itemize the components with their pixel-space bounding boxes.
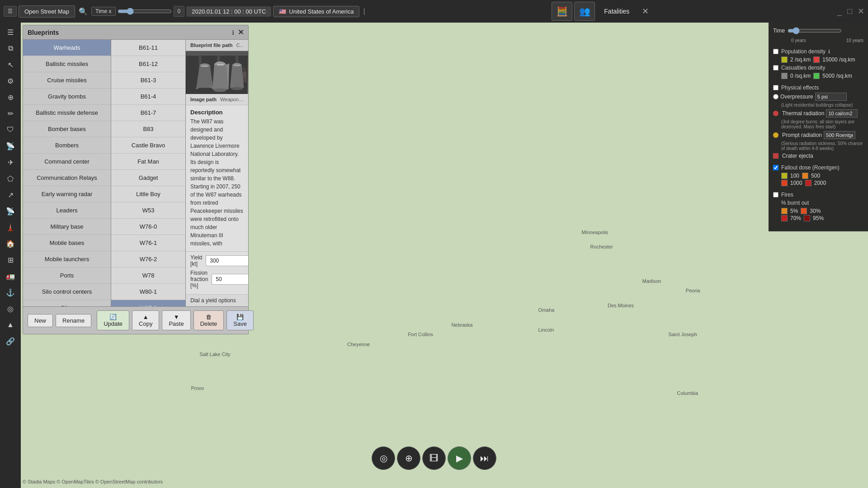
target-icon[interactable]: ⊕ [2, 89, 19, 105]
population-density-checkbox[interactable] [773, 49, 778, 54]
settings-icon[interactable]: ⚙ [2, 73, 19, 89]
category-item-13[interactable]: Mobile launchers [23, 251, 111, 267]
warhead-item-6[interactable]: Castle Bravo [111, 137, 185, 154]
category-item-11[interactable]: Military base [23, 219, 111, 235]
tower-icon[interactable]: 🗼 [2, 220, 19, 235]
minimize-button[interactable]: _ [837, 7, 842, 16]
dial-yield-section[interactable]: Dial a yield options [186, 294, 248, 306]
category-item-10[interactable]: Leaders [23, 202, 111, 219]
map-label-columbia: Columbia [677, 390, 698, 396]
category-item-16[interactable]: Silos [23, 300, 111, 306]
map-source-button[interactable]: Open Street Map [19, 5, 75, 18]
category-item-1[interactable]: Ballistic missiles [23, 56, 111, 72]
warhead-item-14[interactable]: W78 [111, 267, 185, 284]
casualties-density-checkbox[interactable] [773, 65, 778, 70]
arrow-icon[interactable]: ↗ [2, 187, 19, 202]
network-icon[interactable]: 🔗 [2, 333, 19, 349]
paste-button[interactable]: ▼ Paste [162, 310, 190, 330]
circle-icon[interactable]: ◎ [2, 301, 19, 316]
category-item-2[interactable]: Cruise missiles [23, 72, 111, 89]
warhead-item-13[interactable]: W76-2 [111, 251, 185, 267]
shield-icon[interactable]: 🛡 [2, 122, 19, 137]
close-fatalities-button[interactable]: ✕ [638, 5, 652, 18]
fission-input[interactable] [212, 274, 248, 285]
blueprint-info-button[interactable]: ℹ [232, 29, 234, 36]
overpressure-radio[interactable] [773, 94, 778, 99]
category-item-5[interactable]: Bomber bases [23, 121, 111, 137]
satellite-icon[interactable]: 📡 [2, 138, 19, 154]
plane-icon[interactable]: ✈ [2, 155, 19, 170]
prompt-input[interactable] [824, 131, 855, 139]
warhead-item-15[interactable]: W80-1 [111, 284, 185, 300]
category-item-15[interactable]: Silo control centers [23, 284, 111, 300]
time-slider[interactable] [118, 8, 172, 15]
skip-button[interactable]: ⏭ [473, 446, 496, 470]
warhead-item-3[interactable]: B61-4 [111, 89, 185, 105]
update-button[interactable]: 🔄 Update [97, 310, 129, 330]
layers-icon[interactable]: ⧉ [2, 41, 19, 56]
population-info-icon[interactable]: ℹ [828, 49, 830, 55]
triangle-icon[interactable]: ▲ [2, 317, 19, 333]
maximize-button[interactable]: □ [847, 7, 852, 16]
save-button[interactable]: 💾 Save [226, 310, 254, 330]
category-item-8[interactable]: Communication Relays [23, 170, 111, 186]
time-range-slider[interactable] [788, 27, 842, 34]
category-item-12[interactable]: Mobile bases [23, 235, 111, 251]
blueprint-header: Blueprints ℹ ✕ [23, 25, 248, 40]
film-button[interactable]: 🎞 [422, 446, 446, 470]
target-button[interactable]: ◎ [372, 446, 395, 470]
category-item-9[interactable]: Early warning radar [23, 186, 111, 202]
category-item-0[interactable]: Warheads [23, 40, 111, 56]
users-icon-btn[interactable]: 👥 [574, 2, 595, 21]
menu-icon[interactable]: ☰ [2, 24, 19, 40]
rename-button[interactable]: Rename [56, 314, 91, 327]
truck-icon[interactable]: 🚛 [2, 268, 19, 284]
warhead-item-1[interactable]: B61-12 [111, 56, 185, 72]
warhead-item-2[interactable]: B61-3 [111, 72, 185, 89]
warhead-item-4[interactable]: B61-7 [111, 105, 185, 121]
yield-input[interactable] [206, 255, 248, 266]
warhead-item-8[interactable]: Gadget [111, 170, 185, 186]
thermal-input[interactable] [826, 109, 858, 117]
warhead-item-9[interactable]: Little Boy [111, 186, 185, 202]
close-app-button[interactable]: ✕ [858, 6, 864, 16]
category-item-6[interactable]: Bombers [23, 137, 111, 154]
category-item-7[interactable]: Command center [23, 154, 111, 170]
warhead-item-7[interactable]: Fat Man [111, 154, 185, 170]
category-item-3[interactable]: Gravity bombs [23, 89, 111, 105]
warhead-item-0[interactable]: B61-11 [111, 40, 185, 56]
delete-button[interactable]: 🗑 Delete [193, 310, 224, 330]
warhead-item-5[interactable]: B83 [111, 121, 185, 137]
country-selector[interactable]: 🇺🇸 United States of America [273, 6, 359, 17]
pentagon-icon[interactable]: ⬠ [2, 171, 19, 186]
crosshair-button[interactable]: ⊕ [397, 446, 420, 470]
radar-icon[interactable]: 📡 [2, 203, 19, 219]
category-item-14[interactable]: Ports [23, 267, 111, 284]
warhead-item-16[interactable]: W87-0 [111, 300, 185, 306]
anchor-icon[interactable]: ⚓ [2, 285, 19, 300]
search-icon[interactable]: 🔍 [77, 5, 90, 18]
base-icon[interactable]: 🏠 [2, 236, 19, 251]
play-button[interactable]: ▶ [448, 446, 471, 470]
warhead-item-10[interactable]: W53 [111, 202, 185, 219]
warhead-item-12[interactable]: W76-1 [111, 235, 185, 251]
blueprint-close-button[interactable]: ✕ [238, 28, 244, 37]
overpressure-input[interactable] [815, 93, 847, 101]
fallout-checkbox[interactable] [773, 165, 778, 170]
grid-icon[interactable]: ⊞ [2, 252, 19, 267]
new-button[interactable]: New [28, 314, 53, 327]
map-label-omaha: Omaha [538, 307, 554, 313]
cursor-icon[interactable]: ↖ [2, 57, 19, 72]
image-path-row: Image path Weapons\Descriptions\ [186, 94, 248, 105]
filepath-label: Blueprint file path [190, 42, 233, 48]
casualties-density-label: Casualties density [773, 65, 863, 71]
menu-button[interactable]: ☰ [4, 6, 17, 17]
prompt-label: Prompt radiation [782, 132, 822, 138]
edit-icon[interactable]: ✏ [2, 106, 19, 121]
copy-button[interactable]: ▲ Copy [132, 310, 159, 330]
physical-effects-checkbox[interactable] [773, 85, 778, 90]
warhead-item-11[interactable]: W76-0 [111, 219, 185, 235]
category-item-4[interactable]: Ballistic missile defense [23, 105, 111, 121]
calculator-icon-btn[interactable]: 🧮 [552, 2, 572, 21]
fires-checkbox[interactable] [773, 192, 778, 197]
